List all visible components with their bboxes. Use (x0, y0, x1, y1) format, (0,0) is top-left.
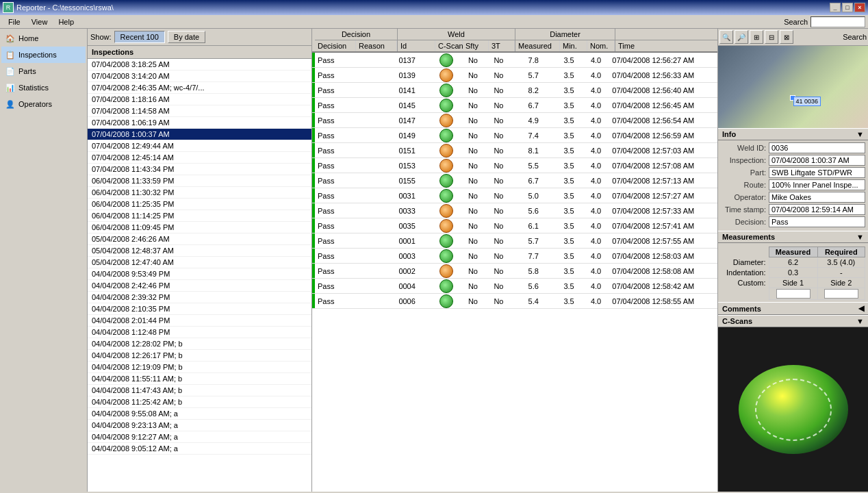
table-row[interactable]: Pass0031NoNo5.03.54.007/04/2008 12:57:27… (312, 188, 717, 203)
inspection-list-item[interactable]: 04/04/2008 11:47:43 AM; b (88, 385, 311, 396)
inspection-list-item[interactable]: 04/04/2008 2:42:46 PM (88, 280, 311, 292)
inspection-list-item[interactable]: 07/04/2008 1:06:19 AM (88, 117, 311, 129)
inspection-list-item[interactable]: 04/04/2008 11:55:11 AM; b (88, 373, 311, 385)
info-part-row: Part: SWB Liftgate STD/PWR (721, 167, 865, 178)
inspection-list-item[interactable]: 07/04/2008 1:14:58 AM (88, 105, 311, 117)
sidebar-item-inspections[interactable]: 📋 Inspections (1, 47, 86, 63)
inspection-list-item[interactable]: 07/04/2008 1:00:37 AM (88, 129, 311, 140)
table-cell: No (486, 161, 512, 170)
inspection-list-item[interactable]: 04/04/2008 11:25:42 AM; b (88, 396, 311, 408)
inspection-list-item[interactable]: 04/04/2008 1:12:48 PM (88, 327, 311, 338)
inspection-list-item[interactable]: 05/04/2008 12:47:40 AM (88, 257, 311, 268)
table-row[interactable]: Pass0141NoNo8.23.54.007/04/2008 12:56:40… (312, 83, 717, 98)
table-row[interactable]: Pass0137NoNo7.83.54.007/04/2008 12:56:27… (312, 53, 717, 68)
inspection-list-item[interactable]: 04/04/2008 9:55:08 AM; a (88, 408, 311, 420)
table-row[interactable]: Pass0145NoNo6.73.54.007/04/2008 12:56:45… (312, 98, 717, 113)
fit-button[interactable]: ⊠ (780, 30, 793, 44)
inspection-list-item[interactable]: 04/04/2008 9:05:12 AM; a (88, 443, 311, 455)
info-header[interactable]: Info ▼ (718, 128, 868, 140)
table-row[interactable]: Pass0155NoNo6.73.54.007/04/2008 12:57:13… (312, 173, 717, 188)
table-cell: 0155 (396, 176, 433, 186)
custom-side1-input[interactable] (776, 289, 810, 299)
inspection-list-item[interactable]: 04/04/2008 12:19:09 PM; b (88, 362, 311, 373)
zoom-out-button[interactable]: 🔎 (735, 30, 748, 44)
table-row[interactable]: Pass0002NoNo5.83.54.007/04/2008 12:58:08… (312, 264, 717, 279)
table-row[interactable]: Pass0004NoNo5.63.54.007/04/2008 12:58:42… (312, 279, 717, 294)
sidebar-item-home[interactable]: 🏠 Home (1, 30, 86, 47)
table-cell: No (486, 146, 512, 155)
table-row[interactable]: Pass0151NoNo8.13.54.007/04/2008 12:57:03… (312, 143, 717, 158)
info-header-label: Info (722, 130, 736, 138)
table-row[interactable]: Pass0001NoNo5.73.54.007/04/2008 12:57:55… (312, 233, 717, 249)
info-collapse-icon[interactable]: ▼ (856, 130, 864, 138)
table-row[interactable]: Pass0035NoNo6.13.54.007/04/2008 12:57:41… (312, 218, 717, 233)
custom-side2-input[interactable] (824, 289, 858, 299)
table-row[interactable]: Pass0033NoNo5.63.54.007/04/2008 12:57:33… (312, 203, 717, 218)
table-row[interactable]: Pass0139NoNo5.73.54.007/04/2008 12:56:33… (312, 68, 717, 83)
menu-help[interactable]: Help (53, 16, 79, 27)
menu-view[interactable]: View (26, 16, 53, 27)
close-button[interactable]: × (854, 3, 865, 12)
table-cell (433, 279, 461, 294)
cscan-thumbnail (439, 84, 453, 97)
inspection-list-item[interactable]: 04/04/2008 9:12:27 AM; a (88, 431, 311, 443)
maximize-button[interactable]: □ (842, 3, 853, 12)
layout-btn2[interactable]: ⊟ (765, 30, 778, 44)
sidebar-item-statistics[interactable]: 📊 Statistics (1, 79, 86, 96)
comments-collapse-icon[interactable]: ◀ (858, 304, 864, 313)
menu-file[interactable]: File (3, 16, 26, 27)
by-date-button[interactable]: By date (168, 31, 205, 43)
comments-header[interactable]: Comments ◀ (718, 302, 868, 315)
inspection-list-item[interactable]: 06/04/2008 11:25:35 PM (88, 199, 311, 210)
grid-body[interactable]: Pass0137NoNo7.83.54.007/04/2008 12:56:27… (312, 53, 717, 492)
layout-btn1[interactable]: ⊞ (750, 30, 763, 44)
cscan-thumbnail (439, 204, 453, 218)
zoom-in-button[interactable]: 🔍 (719, 30, 733, 44)
inspection-list-item[interactable]: 04/04/2008 2:01:44 PM (88, 315, 311, 327)
table-cell: No (486, 191, 512, 201)
sidebar-item-operators[interactable]: 👤 Operators (1, 96, 86, 112)
inspection-list-item[interactable]: 04/04/2008 9:53:49 PM (88, 268, 311, 280)
table-row[interactable]: Pass0153NoNo5.53.54.007/04/2008 12:57:08… (312, 158, 717, 173)
inspection-list-item[interactable]: 06/04/2008 11:33:59 PM (88, 175, 311, 187)
minimize-button[interactable]: _ (830, 3, 841, 12)
inspection-list-item[interactable]: 07/04/2008 1:18:16 AM (88, 94, 311, 105)
table-row[interactable]: Pass0147NoNo4.93.54.007/04/2008 12:56:54… (312, 113, 717, 128)
recent-100-button[interactable]: Recent 100 (114, 31, 165, 43)
table-cell: 4.9 (511, 116, 555, 125)
inspection-list-item[interactable]: 04/04/2008 2:39:32 PM (88, 292, 311, 303)
table-cell: 6.1 (511, 221, 555, 231)
inspection-list-item[interactable]: 07/04/2008 11:43:34 PM (88, 164, 311, 175)
cscans-collapse-icon[interactable]: ▼ (856, 317, 864, 325)
inspections-list[interactable]: 07/04/2008 3:18:25 AM07/04/2008 3:14:20 … (88, 59, 311, 492)
inspection-list-item[interactable]: 05/04/2008 12:48:37 AM (88, 245, 311, 257)
cscans-header[interactable]: C-Scans ▼ (718, 315, 868, 327)
inspection-list-item[interactable]: 07/04/2008 3:18:25 AM (88, 59, 311, 71)
inspection-list-item[interactable]: 07/04/2008 12:45:14 AM (88, 152, 311, 164)
inspection-list-item[interactable]: 06/04/2008 11:14:25 PM (88, 210, 311, 222)
custom-label: Custom: (721, 278, 769, 288)
inspection-list-item[interactable]: 06/04/2008 11:30:32 PM (88, 187, 311, 199)
table-row[interactable]: Pass0003NoNo7.73.54.007/04/2008 12:58:03… (312, 249, 717, 264)
cscan-thumbnail (439, 53, 453, 67)
inspection-list-item[interactable]: 04/04/2008 12:28:02 PM; b (88, 338, 311, 350)
search-input[interactable] (810, 16, 865, 27)
table-row[interactable]: Pass0006NoNo5.43.54.007/04/2008 12:58:55… (312, 294, 717, 309)
inspection-list-item[interactable]: 04/04/2008 12:26:17 PM; b (88, 350, 311, 362)
window-controls[interactable]: _ □ × (830, 3, 865, 12)
inspection-list-item[interactable]: 07/04/2008 3:14:20 AM (88, 71, 311, 82)
table-cell: 5.0 (511, 191, 555, 201)
table-cell: 6.7 (511, 101, 555, 110)
inspection-list-item[interactable]: 04/04/2008 2:10:35 PM (88, 303, 311, 315)
inspection-list-item[interactable]: 07/04/2008 12:49:44 AM (88, 140, 311, 152)
measurements-collapse-icon[interactable]: ▼ (856, 233, 864, 241)
table-cell: No (460, 191, 486, 201)
inspection-list-item[interactable]: 07/04/2008 2:46:35 AM; wc-4/7/... (88, 82, 311, 94)
sidebar-item-parts[interactable]: 📄 Parts (1, 63, 86, 79)
inspection-list-item[interactable]: 04/04/2008 9:23:13 AM; a (88, 420, 311, 431)
cscan-thumbnail (439, 68, 453, 82)
inspection-list-item[interactable]: 05/04/2008 2:46:26 AM (88, 233, 311, 245)
measurements-header[interactable]: Measurements ▼ (718, 231, 868, 243)
table-row[interactable]: Pass0149NoNo7.43.54.007/04/2008 12:56:59… (312, 128, 717, 143)
inspection-list-item[interactable]: 06/04/2008 11:09:45 PM (88, 222, 311, 233)
